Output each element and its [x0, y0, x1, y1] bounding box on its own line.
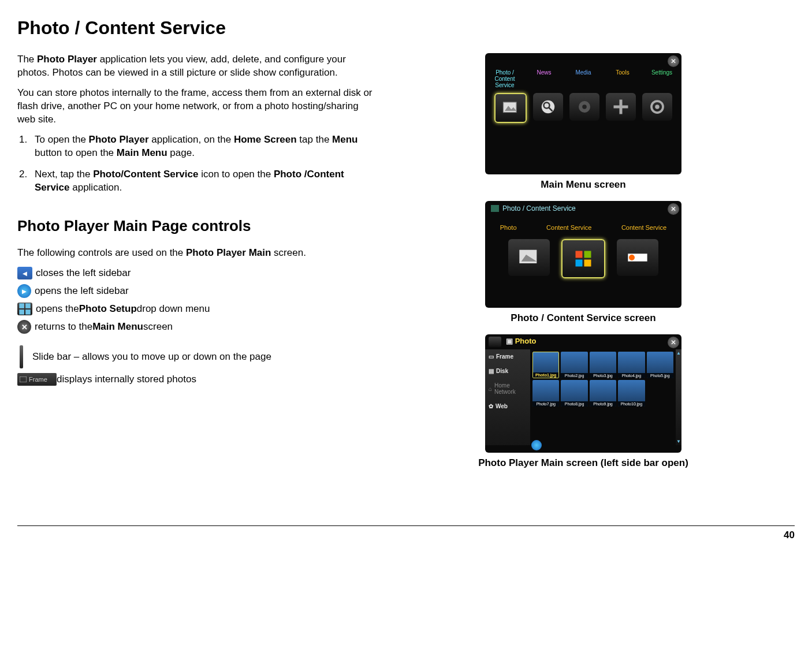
media-icon[interactable] [569, 93, 599, 121]
close-icon[interactable]: ✕ [668, 203, 679, 215]
tab-media[interactable]: Media [566, 69, 601, 88]
expand-sidebar-icon: ► [17, 284, 31, 298]
photo-content-service-screenshot: Photo / Content Service ✕ Photo Content … [485, 201, 681, 308]
close-icon: ✕ [17, 320, 31, 334]
right-column: ✕ Photo / Content Service News Media Too… [422, 53, 745, 479]
svg-rect-21 [576, 260, 583, 267]
thumbnail[interactable]: Photo1.jpg [532, 352, 559, 378]
step-1: To open the Photo Player application, on… [30, 133, 375, 160]
svg-rect-13 [614, 106, 628, 109]
left-column: The Photo Player application lets you vi… [17, 53, 375, 479]
slider-icon [20, 345, 23, 368]
news-icon[interactable] [533, 93, 563, 121]
sidebar-item-disk[interactable]: ▤ Disk [485, 364, 530, 378]
main-menu-screenshot: ✕ Photo / Content Service News Media Too… [485, 53, 681, 174]
window-title: ▣ Photo [506, 337, 536, 345]
svg-rect-1 [25, 304, 31, 309]
content-channel-icon[interactable] [617, 239, 658, 276]
caption-photo-player: Photo Player Main screen (left side bar … [478, 457, 688, 469]
sidebar-item-web[interactable]: ✿ Web [485, 399, 530, 413]
tab-content-service-2[interactable]: Content Service [621, 224, 666, 231]
thumbnail[interactable]: Photo10.jpg [618, 380, 645, 407]
collapse-sidebar-icon: ◄ [17, 267, 32, 279]
photo-app-icon[interactable] [508, 239, 550, 276]
thumbnail[interactable]: Photo9.jpg [590, 380, 616, 407]
photo-content-icon[interactable] [494, 93, 527, 123]
svg-point-15 [655, 105, 660, 109]
steps-list: To open the Photo Player application, on… [17, 133, 375, 195]
close-icon[interactable]: ✕ [668, 337, 679, 348]
svg-rect-4 [20, 376, 27, 382]
svg-rect-22 [584, 260, 591, 267]
intro-paragraph-2: You can store photos internally to the f… [17, 87, 375, 126]
svg-rect-0 [19, 304, 24, 309]
svg-point-11 [582, 105, 587, 109]
svg-point-24 [629, 255, 635, 260]
svg-rect-16 [491, 205, 499, 212]
control-frame-button: Frame displays internally stored photos [17, 373, 375, 386]
svg-rect-20 [584, 251, 591, 258]
tab-content-service-1[interactable]: Content Service [546, 224, 591, 231]
page-number: 40 [17, 525, 795, 541]
svg-rect-2 [19, 310, 24, 315]
close-icon[interactable]: ✕ [668, 55, 679, 67]
control-open-sidebar: ► opens the left sidebar [17, 284, 375, 298]
tab-photo[interactable]: Photo [500, 224, 517, 231]
photo-player-main-screenshot: ▣ Photo ✕ ▭ Frame ▤ Disk ⌂ Home Network … [485, 334, 681, 453]
tools-icon[interactable] [606, 93, 636, 121]
caption-photo-content: Photo / Content Service screen [511, 312, 655, 324]
control-close-sidebar: ◄ closes the left sidebar [17, 267, 375, 279]
sidebar-item-home-network[interactable]: ⌂ Home Network [485, 378, 530, 399]
thumbnail[interactable]: Photo2.jpg [561, 352, 587, 378]
sidebar-item-frame[interactable]: ▭ Frame [485, 349, 530, 364]
settings-icon[interactable] [642, 93, 672, 121]
step-2: Next, tap the Photo/Content Service icon… [30, 168, 375, 195]
tab-news[interactable]: News [527, 69, 561, 88]
thumbnail[interactable]: Photo4.jpg [618, 352, 645, 378]
collapse-sidebar-icon[interactable] [531, 440, 542, 450]
svg-rect-3 [25, 310, 31, 315]
thumbnail[interactable]: Photo7.jpg [532, 380, 559, 407]
thumbnail[interactable]: Photo5.jpg [647, 352, 673, 378]
svg-rect-19 [576, 251, 583, 258]
frame-button-icon: Frame [17, 373, 57, 386]
thumbnail-grid: Photo1.jpg Photo2.jpg Photo3.jpg Photo4.… [530, 349, 676, 445]
intro-paragraph-1: The Photo Player application lets you vi… [17, 53, 375, 80]
caption-main-menu: Main Menu screen [541, 179, 625, 191]
control-return-main: ✕ returns to the Main Menu screen [17, 320, 375, 334]
page-title: Photo / Content Service [17, 17, 795, 39]
tab-settings[interactable]: Settings [645, 69, 679, 88]
window-title: Photo / Content Service [491, 204, 576, 212]
left-sidebar: ▭ Frame ▤ Disk ⌂ Home Network ✿ Web [485, 349, 530, 445]
tab-tools[interactable]: Tools [605, 69, 640, 88]
section-controls-title: Photo Player Main Page controls [17, 217, 375, 235]
control-slide-bar: Slide bar – allows you to move up or dow… [17, 345, 375, 368]
scrollbar[interactable] [676, 349, 681, 445]
thumbnail[interactable]: Photo3.jpg [590, 352, 616, 378]
section-controls-intro: The following controls are used on the P… [17, 247, 375, 260]
photo-setup-icon[interactable] [489, 337, 501, 347]
tab-photo-content[interactable]: Photo / Content Service [487, 69, 522, 88]
photo-setup-icon [17, 303, 32, 315]
windows-live-icon[interactable] [561, 239, 605, 278]
thumbnail[interactable]: Photo8.jpg [561, 380, 587, 407]
control-photo-setup: opens the Photo Setup drop down menu [17, 303, 375, 315]
